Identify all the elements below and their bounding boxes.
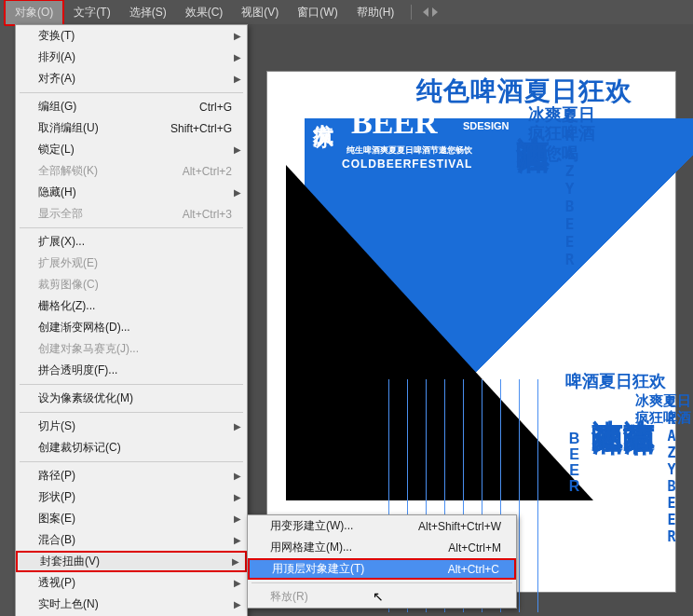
separator — [411, 5, 412, 20]
submenu-item-label: 用顶层对象建立(T) — [272, 561, 364, 577]
chevron-right-icon: ▶ — [234, 471, 241, 481]
menu-item-label: 设为像素级优化(M) — [38, 390, 133, 406]
menu-item-label: 栅格化(Z)... — [38, 298, 95, 314]
menu-item-29[interactable]: 透视(P)▶ — [16, 572, 247, 594]
menu-item-label: 全部解锁(K) — [38, 163, 98, 179]
menu-item-label: 透视(P) — [38, 575, 75, 591]
menu-item-26[interactable]: 图案(E)▶ — [16, 508, 247, 529]
menu-item-28[interactable]: 封套扭曲(V)▶ — [16, 551, 247, 572]
submenu-item-label: 用变形建立(W)... — [270, 518, 353, 534]
menu-item-label: 扩展外观(E) — [38, 255, 98, 271]
menu-window[interactable]: 窗口(W) — [288, 1, 346, 24]
art-t13: 啤酒夏日狂欢 — [565, 370, 666, 392]
menu-item-label: 实时上色(N) — [38, 596, 99, 612]
art-beer: BEER — [351, 105, 438, 141]
art-t10: COLDBEERFESTIVAL — [342, 157, 472, 171]
menu-item-label: 路径(P) — [38, 468, 75, 484]
chevron-right-icon: ▶ — [234, 31, 241, 41]
menu-item-label: 创建裁切标记(C) — [38, 440, 121, 456]
menu-object[interactable]: 对象(O) — [4, 0, 64, 26]
menu-item-19[interactable]: 设为像素级优化(M) — [16, 388, 247, 409]
art-title-1: 啤酒狂欢节 — [314, 79, 398, 102]
menu-item-label: 编组(G) — [38, 99, 76, 115]
menu-item-5[interactable]: 取消编组(U)Shift+Ctrl+G — [16, 117, 247, 139]
menu-item-label: 混合(B) — [38, 532, 75, 548]
menu-view[interactable]: 视图(V) — [232, 1, 288, 24]
menu-item-25[interactable]: 形状(P)▶ — [16, 486, 247, 508]
art-artman: ARTMAN — [463, 107, 508, 118]
menu-item-shortcut: Shift+Ctrl+G — [170, 122, 232, 135]
chevron-right-icon: ▶ — [234, 52, 241, 62]
menu-item-11[interactable]: 扩展(X)... — [16, 231, 247, 253]
menu-type[interactable]: 文字(T) — [64, 1, 119, 24]
menu-item-label: 创建对象马赛克(J)... — [38, 341, 139, 357]
menubar: 对象(O) 文字(T) 选择(S) 效果(C) 视图(V) 窗口(W) 帮助(H… — [0, 0, 693, 24]
submenu-item-label: 释放(R) — [270, 589, 308, 605]
art-sdesign: SDESIGN — [463, 120, 510, 131]
menu-item-label: 锁定(L) — [38, 142, 75, 157]
art-t9: 纯生啤酒爽夏夏日啤酒节邀您畅饮 — [346, 144, 472, 157]
menu-item-30[interactable]: 实时上色(N)▶ — [16, 594, 247, 615]
menu-separator — [20, 227, 243, 228]
submenu-item-0[interactable]: 用变形建立(W)...Alt+Shift+Ctrl+W — [248, 515, 516, 537]
menu-item-22[interactable]: 创建裁切标记(C) — [16, 437, 247, 459]
menu-item-7: 全部解锁(K)Alt+Ctrl+2 — [16, 160, 247, 182]
menu-effect[interactable]: 效果(C) — [176, 1, 233, 24]
menu-item-shortcut: Alt+Ctrl+2 — [183, 165, 232, 178]
chevron-right-icon: ▶ — [234, 535, 241, 545]
menu-item-label: 图案(E) — [38, 511, 75, 527]
menu-item-0[interactable]: 变换(T)▶ — [16, 25, 247, 47]
chevron-right-icon: ▶ — [234, 144, 241, 155]
submenu-item-2[interactable]: 用顶层对象建立(T)Alt+Ctrl+C — [248, 558, 516, 580]
chevron-right-icon: ▶ — [234, 74, 241, 84]
chevron-right-icon: ▶ — [232, 556, 239, 567]
menu-item-label: 创建渐变网格(D)... — [38, 320, 130, 335]
menu-item-17[interactable]: 拼合透明度(F)... — [16, 360, 247, 381]
menu-item-6[interactable]: 锁定(L)▶ — [16, 139, 247, 160]
menu-separator — [20, 412, 243, 413]
menu-item-label: 拼合透明度(F)... — [38, 363, 117, 378]
menu-item-21[interactable]: 切片(S)▶ — [16, 416, 247, 437]
object-menu-dropdown: 变换(T)▶排列(A)▶对齐(A)▶编组(G)Ctrl+G取消编组(U)Shif… — [15, 24, 248, 616]
menu-help[interactable]: 帮助(H) — [347, 1, 404, 24]
menu-select[interactable]: 选择(S) — [120, 1, 176, 24]
menu-separator — [20, 384, 243, 385]
chevron-right-icon: ▶ — [234, 187, 241, 198]
menu-item-2[interactable]: 对齐(A)▶ — [16, 68, 247, 89]
menu-item-27[interactable]: 混合(B)▶ — [16, 529, 247, 551]
menu-item-12: 扩展外观(E) — [16, 253, 247, 274]
art-t12a: CRAZYBEER — [561, 109, 578, 268]
menu-item-9: 显示全部Alt+Ctrl+3 — [16, 203, 247, 225]
menu-item-8[interactable]: 隐藏(H)▶ — [16, 182, 247, 203]
chevron-right-icon: ▶ — [234, 599, 241, 609]
menu-item-label: 显示全部 — [38, 206, 83, 222]
art-t3b: BEER — [565, 431, 582, 494]
submenu-item-shortcut: Alt+Ctrl+M — [448, 541, 501, 554]
submenu-item-shortcut: Alt+Shift+Ctrl+W — [418, 520, 501, 533]
history-arrows[interactable] — [423, 7, 438, 17]
menu-separator — [20, 461, 243, 462]
menu-item-15[interactable]: 创建渐变网格(D)... — [16, 317, 247, 338]
chevron-right-icon: ▶ — [234, 492, 241, 502]
art-title-2: 纯色啤酒夏日狂欢 — [416, 74, 632, 109]
menu-item-1[interactable]: 排列(A)▶ — [16, 47, 247, 68]
menu-item-24[interactable]: 路径(P)▶ — [16, 465, 247, 486]
menu-item-14[interactable]: 栅格化(Z)... — [16, 295, 247, 317]
submenu-item-shortcut: Alt+Ctrl+C — [448, 563, 499, 576]
menu-item-label: 对齐(A) — [38, 71, 75, 87]
menu-separator — [20, 92, 243, 93]
art-t8a: 冰爽啤酒 — [510, 109, 555, 113]
submenu-item-label: 用网格建立(M)... — [270, 540, 352, 555]
chevron-right-icon: ▶ — [234, 578, 241, 588]
menu-item-16: 创建对象马赛克(J)... — [16, 338, 247, 360]
chevron-right-icon: ▶ — [234, 513, 241, 524]
menu-item-label: 取消编组(U) — [38, 120, 99, 136]
cursor-icon: ↖ — [373, 589, 384, 604]
menu-item-4[interactable]: 编组(G)Ctrl+G — [16, 96, 247, 117]
submenu-item-1[interactable]: 用网格建立(M)...Alt+Ctrl+M — [248, 537, 516, 558]
menu-item-label: 封套扭曲(V) — [40, 554, 100, 569]
menu-item-label: 排列(A) — [38, 49, 75, 65]
menu-separator — [251, 582, 512, 583]
menu-item-13: 裁剪图像(C) — [16, 274, 247, 295]
menu-item-label: 裁剪图像(C) — [38, 277, 99, 293]
